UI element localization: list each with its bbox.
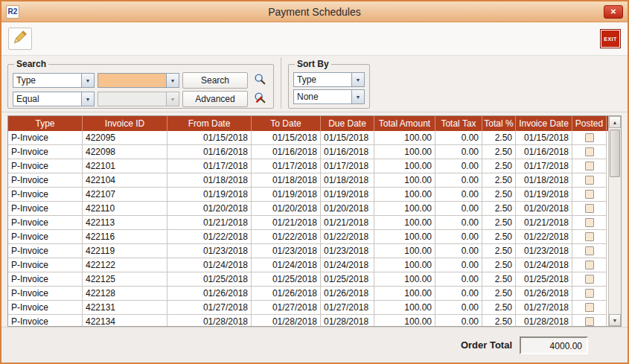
column-header[interactable]: Due Date: [321, 116, 374, 131]
posted-checkbox[interactable]: [585, 204, 594, 213]
sort-field-combo[interactable]: Type ▼: [293, 72, 365, 87]
chevron-down-icon[interactable]: ▼: [81, 92, 94, 106]
cell-posted: [572, 202, 607, 216]
cell-posted: [572, 131, 607, 145]
search-group-label: Search: [14, 59, 48, 69]
column-header[interactable]: Posted: [572, 116, 607, 131]
cell-total_amount: 100.00: [374, 272, 435, 287]
scroll-down-button[interactable]: ▼: [609, 314, 621, 326]
chevron-down-icon[interactable]: ▼: [166, 74, 179, 87]
column-header[interactable]: Invoice Date: [516, 116, 572, 131]
cell-due_date: 01/20/2018: [321, 202, 374, 216]
table-row[interactable]: P-Invoice42212201/24/201801/24/201801/24…: [8, 258, 608, 272]
chevron-down-icon[interactable]: ▼: [351, 73, 364, 86]
table-row[interactable]: P-Invoice42210101/17/201801/17/201801/17…: [8, 159, 608, 173]
cell-type: P-Invoice: [8, 131, 83, 145]
table-row[interactable]: P-Invoice42209801/16/201801/16/201801/16…: [8, 145, 608, 159]
cell-total_pct: 2.50: [482, 202, 516, 216]
table-row[interactable]: P-Invoice42211901/23/201801/23/201801/23…: [8, 244, 608, 258]
posted-checkbox[interactable]: [585, 246, 594, 255]
posted-checkbox[interactable]: [585, 147, 594, 156]
scrollbar-track[interactable]: [609, 128, 621, 314]
posted-checkbox[interactable]: [585, 190, 594, 199]
cell-from_date: 01/16/2018: [167, 145, 252, 159]
cell-total_tax: 0.00: [435, 188, 482, 202]
posted-checkbox[interactable]: [585, 176, 594, 185]
cell-invoice_id: 422104: [83, 173, 167, 188]
advanced-button[interactable]: Advanced: [182, 91, 248, 107]
order-total-label: Order Total: [461, 339, 512, 351]
search-icon: [253, 72, 266, 89]
cell-invoice_date: 01/25/2018: [516, 272, 572, 287]
cell-posted: [572, 301, 607, 315]
table-row[interactable]: P-Invoice42212801/26/201801/26/201801/26…: [8, 287, 608, 301]
column-header[interactable]: Total Tax: [435, 116, 482, 131]
cell-total_tax: 0.00: [435, 287, 482, 301]
posted-checkbox[interactable]: [585, 317, 594, 326]
sort-direction-combo[interactable]: None ▼: [293, 89, 365, 104]
search-operator-combo[interactable]: Equal ▼: [13, 92, 95, 106]
table-row[interactable]: P-Invoice42211301/21/201801/21/201801/21…: [8, 216, 608, 230]
posted-checkbox[interactable]: [585, 162, 594, 170]
column-header[interactable]: Invoice ID: [83, 116, 167, 131]
posted-checkbox[interactable]: [585, 218, 594, 227]
posted-checkbox[interactable]: [585, 261, 594, 269]
pencil-icon: [13, 30, 28, 48]
posted-checkbox[interactable]: [585, 303, 594, 312]
column-header[interactable]: From Date: [167, 116, 252, 131]
cell-to_date: 01/26/2018: [252, 287, 321, 301]
table-row[interactable]: P-Invoice42212501/25/201801/25/201801/25…: [8, 272, 608, 287]
posted-checkbox[interactable]: [585, 289, 594, 298]
table-row[interactable]: P-Invoice42210401/18/201801/18/201801/18…: [8, 173, 608, 188]
search-button[interactable]: Search: [182, 72, 248, 89]
footer-bar: Order Total 4000.00: [1, 327, 628, 363]
title-bar[interactable]: R2 Payment Schedules ✕: [1, 1, 628, 22]
column-header[interactable]: Type: [8, 116, 83, 131]
table-row[interactable]: P-Invoice42213101/27/201801/27/201801/27…: [8, 301, 608, 315]
cell-to_date: 01/19/2018: [252, 188, 321, 202]
table-row[interactable]: P-Invoice42211601/22/201801/22/201801/22…: [8, 230, 608, 244]
posted-checkbox[interactable]: [585, 232, 594, 241]
cell-total_pct: 2.50: [482, 173, 516, 188]
column-header[interactable]: Total Amount: [374, 116, 435, 131]
close-icon: ✕: [610, 7, 616, 16]
posted-checkbox[interactable]: [585, 275, 594, 284]
table-row[interactable]: P-Invoice42209501/15/201801/15/201801/15…: [8, 131, 608, 145]
sort-field-combo-value: Type: [294, 73, 351, 86]
quick-search-button[interactable]: [251, 72, 269, 89]
sortby-groupbox: Sort By Type ▼ None ▼: [288, 59, 370, 109]
cell-invoice_date: 01/22/2018: [516, 230, 572, 244]
cell-total_pct: 2.50: [482, 272, 516, 287]
cell-invoice_date: 01/19/2018: [516, 188, 572, 202]
edit-button[interactable]: [8, 28, 32, 50]
advanced-search-button[interactable]: [251, 91, 269, 107]
table-row[interactable]: P-Invoice42210701/19/201801/19/201801/19…: [8, 188, 608, 202]
vertical-scrollbar[interactable]: ▲ ▼: [608, 116, 621, 326]
cell-type: P-Invoice: [8, 287, 83, 301]
scrollbar-thumb[interactable]: [610, 130, 620, 177]
cell-total_tax: 0.00: [435, 272, 482, 287]
exit-button[interactable]: EXIT: [600, 29, 621, 48]
chevron-down-icon[interactable]: ▼: [81, 74, 94, 87]
cell-total_tax: 0.00: [435, 230, 482, 244]
cell-from_date: 01/22/2018: [167, 230, 252, 244]
cell-type: P-Invoice: [8, 272, 83, 287]
cell-invoice_id: 422119: [83, 244, 167, 258]
column-header[interactable]: Total %: [482, 116, 516, 131]
close-button[interactable]: ✕: [604, 5, 623, 19]
cell-invoice_id: 422107: [83, 188, 167, 202]
search-field-combo[interactable]: Type ▼: [13, 73, 95, 88]
column-header[interactable]: To Date: [252, 116, 321, 131]
table-row[interactable]: P-Invoice42211001/20/201801/20/201801/20…: [8, 202, 608, 216]
cell-total_tax: 0.00: [435, 145, 482, 159]
search-operator-value-combo: ▼: [98, 92, 179, 106]
posted-checkbox[interactable]: [585, 133, 594, 142]
chevron-down-icon[interactable]: ▼: [351, 90, 364, 103]
window-title: Payment Schedules: [1, 6, 628, 18]
scroll-up-button[interactable]: ▲: [609, 116, 621, 128]
cell-to_date: 01/16/2018: [252, 145, 321, 159]
search-value-combo[interactable]: ▼: [98, 73, 179, 88]
cell-to_date: 01/22/2018: [252, 230, 321, 244]
cell-type: P-Invoice: [8, 258, 83, 272]
table-row[interactable]: P-Invoice42213401/28/201801/28/201801/28…: [8, 315, 608, 326]
